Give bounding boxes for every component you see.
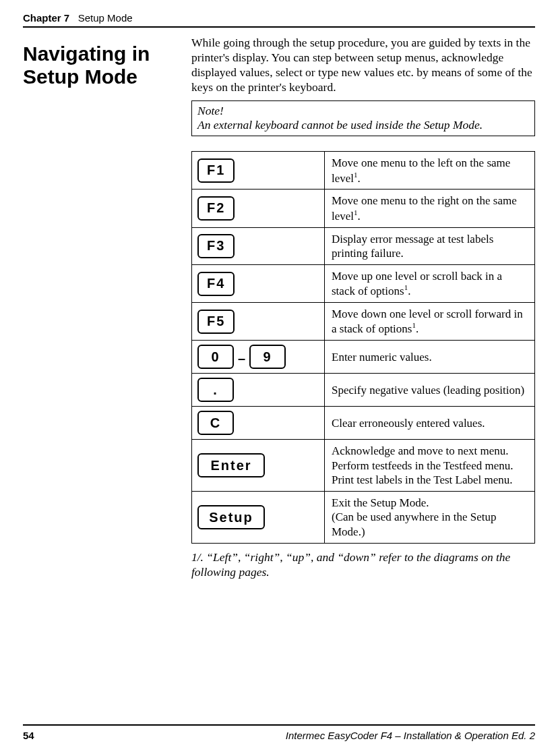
key-description: Acknowledge and move to next menu.Perfor… — [325, 440, 535, 492]
key-cell: . — [192, 374, 325, 407]
key-cell: F2 — [192, 190, 325, 227]
key-cell: Enter — [192, 440, 325, 492]
keycap: 9 — [249, 345, 286, 369]
keycap: F3 — [197, 234, 235, 258]
key-cell: F4 — [192, 265, 325, 303]
key-range-separator: – — [238, 350, 245, 367]
page-number: 54 — [23, 730, 34, 741]
footnote: 1/. “Left”, “right”, “up”, and “down” re… — [191, 550, 535, 580]
key-cell: C — [192, 407, 325, 440]
running-chapter: Chapter 7 — [23, 12, 69, 24]
table-row: CClear erroneously entered values. — [192, 407, 535, 440]
table-row: F3Display error message at test labels p… — [192, 227, 535, 265]
bottom-rule — [23, 724, 535, 726]
intro-paragraph: While going through the setup procedure,… — [191, 36, 535, 95]
keycap: . — [197, 378, 234, 402]
key-cell: F1 — [192, 152, 325, 190]
key-description: Move one menu to the left on the same le… — [325, 152, 535, 190]
key-description: Display error message at test labels pri… — [325, 227, 535, 265]
key-table: F1Move one menu to the left on the same … — [191, 151, 535, 544]
running-title: Setup Mode — [78, 12, 133, 24]
table-row: F2Move one menu to the right on the same… — [192, 190, 535, 227]
key-cell: F3 — [192, 227, 325, 265]
running-head: Chapter 7 Setup Mode — [23, 12, 535, 24]
footer-book-title: Intermec EasyCoder F4 – Installation & O… — [286, 730, 535, 741]
keycap: F1 — [197, 158, 235, 183]
key-description: Specify negative values (leading positio… — [325, 374, 535, 407]
key-description: Exit the Setup Mode.(Can be used anywher… — [325, 492, 535, 544]
note-title: Note! — [197, 104, 529, 119]
keycap: F5 — [197, 310, 235, 334]
key-cell: Setup — [192, 492, 325, 544]
table-row: EnterAcknowledge and move to next menu.P… — [192, 440, 535, 492]
key-cell: F5 — [192, 303, 325, 341]
key-description: Move one menu to the right on the same l… — [325, 190, 535, 227]
footer: 54 Intermec EasyCoder F4 – Installation … — [23, 719, 535, 741]
note-box: Note! An external keyboard cannot be use… — [191, 100, 535, 137]
key-cell: 0–9 — [192, 341, 325, 374]
table-row: SetupExit the Setup Mode.(Can be used an… — [192, 492, 535, 544]
key-description: Move up one level or scroll back in a st… — [325, 265, 535, 303]
table-row: F1Move one menu to the left on the same … — [192, 152, 535, 190]
note-text: An external keyboard cannot be used insi… — [197, 118, 529, 133]
keycap: F4 — [197, 272, 235, 296]
keycap: Setup — [197, 505, 265, 529]
section-heading: Navigating in Setup Mode — [23, 42, 178, 88]
key-description: Clear erroneously entered values. — [325, 407, 535, 440]
table-row: F5Move down one level or scroll forward … — [192, 303, 535, 341]
keycap: 0 — [197, 345, 234, 369]
keycap: Enter — [197, 453, 265, 477]
table-row: .Specify negative values (leading positi… — [192, 374, 535, 407]
table-row: F4Move up one level or scroll back in a … — [192, 265, 535, 303]
keycap: C — [197, 411, 234, 435]
table-row: 0–9Enter numeric values. — [192, 341, 535, 374]
key-description: Enter numeric values. — [325, 341, 535, 374]
keycap: F2 — [197, 196, 235, 221]
key-description: Move down one level or scroll forward in… — [325, 303, 535, 341]
top-rule — [23, 26, 535, 28]
